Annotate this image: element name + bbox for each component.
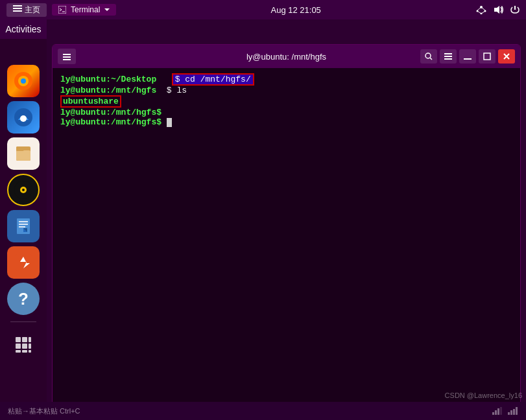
terminal-maximize-button[interactable] bbox=[479, 49, 496, 64]
bottom-network-icon bbox=[492, 407, 503, 415]
terminal-close-button[interactable] bbox=[498, 49, 515, 64]
svg-rect-38 bbox=[29, 344, 31, 349]
network-icon[interactable] bbox=[475, 5, 487, 14]
svg-rect-32 bbox=[15, 254, 32, 271]
bottom-volume-icon bbox=[508, 407, 518, 415]
terminal-window: ly@ubuntu: /mnt/hgfs bbox=[52, 44, 521, 420]
svg-rect-60 bbox=[513, 409, 515, 415]
svg-rect-29 bbox=[19, 226, 25, 228]
dock-icon-writer[interactable] bbox=[7, 210, 40, 242]
terminal-search-button[interactable] bbox=[420, 49, 437, 64]
svg-rect-33 bbox=[16, 337, 21, 342]
svg-marker-14 bbox=[494, 6, 499, 14]
terminal-tab-label: Terminal bbox=[71, 5, 100, 14]
svg-rect-37 bbox=[22, 344, 27, 349]
system-bar: 主页 Terminal Aug 12 21:05 bbox=[0, 0, 526, 19]
terminal-titlebar-right bbox=[420, 49, 515, 64]
svg-rect-21 bbox=[16, 150, 30, 161]
svg-line-7 bbox=[477, 7, 481, 10]
power-icon[interactable] bbox=[510, 5, 520, 14]
svg-rect-51 bbox=[484, 53, 490, 60]
activities-label: Activities bbox=[5, 24, 41, 34]
cmd-highlight: $ cd /mnt/hgfs/ bbox=[172, 73, 254, 86]
home-button[interactable]: 主页 bbox=[6, 3, 47, 17]
svg-rect-36 bbox=[16, 344, 21, 349]
svg-line-13 bbox=[481, 11, 485, 14]
svg-point-19 bbox=[20, 115, 27, 122]
svg-rect-27 bbox=[19, 221, 28, 222]
svg-line-8 bbox=[481, 7, 485, 10]
svg-rect-28 bbox=[19, 224, 28, 225]
svg-rect-47 bbox=[444, 53, 452, 54]
svg-marker-5 bbox=[104, 8, 110, 11]
dock-icon-thunderbird[interactable] bbox=[7, 101, 40, 134]
dock-apps-button[interactable] bbox=[7, 329, 40, 361]
svg-point-45 bbox=[425, 53, 431, 58]
volume-icon[interactable] bbox=[494, 5, 504, 14]
dock: ? bbox=[0, 39, 47, 420]
svg-line-46 bbox=[430, 58, 432, 60]
terminal-line-4: ly@ubuntu:/mnt/hgfs$ bbox=[60, 108, 512, 117]
svg-rect-55 bbox=[495, 410, 497, 415]
terminal-titlebar: ly@ubuntu: /mnt/hgfs bbox=[53, 45, 520, 68]
terminal-minimize-button[interactable] bbox=[459, 49, 476, 64]
main-layout: ? bbox=[0, 39, 526, 420]
svg-rect-59 bbox=[510, 410, 512, 415]
terminal-line-5: ly@ubuntu:/mnt/hgfs$ bbox=[60, 117, 512, 127]
dock-icon-firefox[interactable] bbox=[7, 65, 40, 97]
svg-rect-49 bbox=[444, 58, 452, 60]
svg-rect-1 bbox=[13, 8, 22, 9]
cmd-2: $ ls bbox=[161, 86, 187, 95]
svg-rect-48 bbox=[444, 56, 452, 57]
svg-rect-43 bbox=[63, 56, 71, 58]
cmd-1 bbox=[161, 75, 167, 84]
terminal-menu-button[interactable] bbox=[440, 49, 457, 64]
bottom-bar: 粘贴→基本粘贴 Ctrl+C bbox=[0, 402, 526, 420]
dock-icon-rhythmbox[interactable] bbox=[7, 174, 40, 206]
prompt-5: ly@ubuntu:/mnt/hgfs$ bbox=[60, 117, 161, 127]
svg-rect-39 bbox=[16, 350, 21, 353]
svg-line-12 bbox=[477, 11, 481, 14]
svg-rect-41 bbox=[29, 350, 31, 353]
svg-rect-40 bbox=[22, 350, 27, 353]
svg-point-25 bbox=[22, 189, 25, 191]
system-bar-right bbox=[475, 5, 520, 14]
svg-rect-54 bbox=[492, 412, 494, 415]
prompt-2: ly@ubuntu:/mnt/hgfs bbox=[60, 86, 156, 95]
terminal-line-3: ubuntushare bbox=[60, 95, 512, 108]
terminal-title: ly@ubuntu: /mnt/hgfs bbox=[246, 52, 326, 62]
terminal-line-2: ly@ubuntu:/mnt/hgfs $ ls bbox=[60, 86, 512, 95]
svg-rect-42 bbox=[63, 54, 71, 55]
terminal-content[interactable]: ly@ubuntu:~/Desktop $ cd /mnt/hgfs/ ly@u… bbox=[53, 68, 520, 420]
terminal-tab[interactable]: Terminal bbox=[52, 4, 116, 16]
svg-rect-3 bbox=[58, 6, 66, 14]
bottom-bar-right bbox=[492, 407, 518, 415]
terminal-line-1: ly@ubuntu:~/Desktop $ cd /mnt/hgfs/ bbox=[60, 73, 512, 86]
datetime: Aug 12 21:05 bbox=[271, 5, 321, 15]
dock-icon-files[interactable] bbox=[7, 137, 40, 170]
terminal-area: ly@ubuntu: /mnt/hgfs bbox=[47, 39, 526, 420]
svg-rect-57 bbox=[500, 407, 502, 415]
svg-rect-34 bbox=[22, 337, 27, 342]
system-bar-left: 主页 Terminal bbox=[6, 3, 116, 17]
dock-icon-help[interactable]: ? bbox=[7, 283, 40, 315]
prompt-1: ly@ubuntu:~/Desktop bbox=[60, 75, 156, 84]
bottom-hint: 粘贴→基本粘贴 Ctrl+C bbox=[8, 406, 80, 416]
svg-point-17 bbox=[21, 78, 26, 84]
svg-rect-61 bbox=[516, 407, 518, 415]
activities-button[interactable]: Activities bbox=[0, 19, 47, 39]
system-bar-center: Aug 12 21:05 bbox=[271, 5, 321, 15]
svg-rect-22 bbox=[16, 146, 24, 151]
svg-rect-44 bbox=[63, 59, 71, 60]
svg-rect-50 bbox=[464, 58, 472, 60]
svg-rect-58 bbox=[508, 412, 510, 415]
terminal-pin-button[interactable] bbox=[58, 49, 76, 64]
dock-icon-appstore[interactable] bbox=[7, 246, 40, 279]
svg-rect-56 bbox=[497, 408, 499, 415]
terminal-cursor bbox=[167, 118, 172, 127]
terminal-titlebar-left bbox=[58, 49, 76, 64]
dock-divider bbox=[10, 321, 36, 322]
watermark: CSDN @Lawrence_ly16 bbox=[445, 391, 522, 399]
prompt-4: ly@ubuntu:/mnt/hgfs$ bbox=[60, 108, 161, 117]
svg-rect-2 bbox=[13, 10, 22, 12]
